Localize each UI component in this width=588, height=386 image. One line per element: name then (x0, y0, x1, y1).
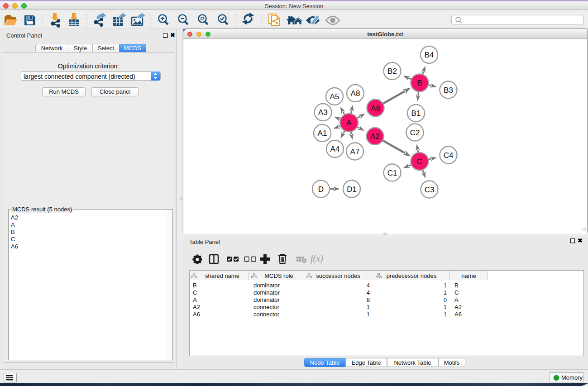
svg-text:B1: B1 (411, 109, 421, 118)
svg-text:A: A (346, 119, 352, 127)
svg-text:A2: A2 (370, 132, 380, 141)
svg-text:B3: B3 (444, 86, 453, 95)
svg-text:C2: C2 (410, 129, 420, 137)
svg-text:A5: A5 (330, 92, 339, 101)
svg-text:f(x): f(x) (311, 253, 323, 264)
svg-text:B: B (417, 79, 422, 87)
svg-text:D: D (318, 185, 324, 194)
svg-text:A7: A7 (350, 148, 360, 156)
svg-text:A6: A6 (371, 104, 380, 113)
svg-text:C: C (417, 157, 422, 166)
svg-text:C1: C1 (387, 169, 397, 177)
svg-text:A8: A8 (351, 89, 360, 98)
svg-text:A4: A4 (330, 145, 340, 153)
svg-text:D1: D1 (347, 185, 357, 194)
svg-text:B2: B2 (387, 67, 397, 76)
svg-text:B4: B4 (425, 51, 434, 59)
svg-text:C3: C3 (425, 186, 435, 194)
svg-text:A3: A3 (318, 108, 328, 117)
svg-text:A1: A1 (318, 129, 327, 138)
svg-text:C4: C4 (444, 151, 454, 160)
